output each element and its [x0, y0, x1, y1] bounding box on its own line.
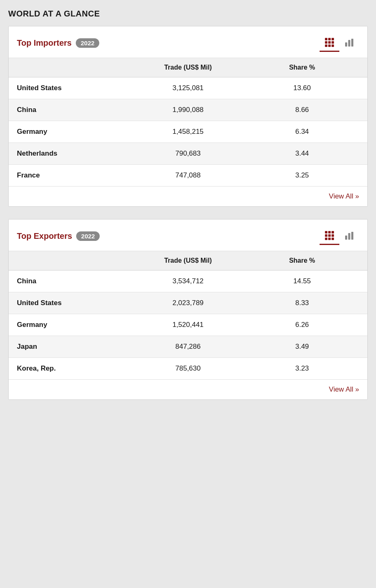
importers-view-all-row: View All » — [9, 187, 367, 206]
share-cell: 6.34 — [245, 128, 359, 136]
exporters-col-trade: Trade (US$ Mil) — [131, 257, 245, 264]
exporters-grid-view-button[interactable] — [320, 227, 339, 245]
share-cell: 3.44 — [245, 149, 359, 158]
table-row: Korea, Rep. 785,630 3.23 — [9, 358, 367, 380]
grid-icon — [325, 231, 334, 240]
table-row: United States 3,125,081 13.60 — [9, 77, 367, 99]
importers-view-all-link[interactable]: View All » — [329, 192, 359, 201]
importers-year-badge: 2022 — [76, 38, 99, 48]
importers-title: Top Importers — [17, 38, 72, 48]
table-row: Japan 847,286 3.49 — [9, 336, 367, 358]
share-cell: 13.60 — [245, 84, 359, 92]
table-row: China 1,990,088 8.66 — [9, 99, 367, 121]
share-cell: 8.66 — [245, 106, 359, 114]
trade-cell: 3,534,712 — [131, 277, 245, 285]
table-row: France 747,088 3.25 — [9, 165, 367, 187]
country-cell: China — [17, 106, 131, 114]
importers-grid-view-button[interactable] — [320, 34, 339, 52]
exporters-chart-view-button[interactable] — [339, 227, 359, 245]
importers-col-share: Share % — [245, 64, 359, 71]
exporters-col-share: Share % — [245, 257, 359, 264]
importers-view-icons — [320, 34, 359, 52]
exporters-title-group: Top Exporters 2022 — [17, 231, 100, 241]
importers-card: Top Importers 2022 — [8, 26, 368, 207]
exporters-card-header: Top Exporters 2022 — [9, 219, 367, 251]
table-row: Netherlands 790,683 3.44 — [9, 143, 367, 165]
country-cell: United States — [17, 84, 131, 92]
exporters-view-all-row: View All » — [9, 380, 367, 399]
share-cell: 3.23 — [245, 364, 359, 373]
trade-cell: 1,990,088 — [131, 106, 245, 114]
table-row: China 3,534,712 14.55 — [9, 271, 367, 292]
importers-card-header: Top Importers 2022 — [9, 26, 367, 58]
exporters-view-icons — [320, 227, 359, 245]
share-cell: 14.55 — [245, 277, 359, 285]
importers-col-trade: Trade (US$ Mil) — [131, 64, 245, 71]
svg-rect-5 — [351, 232, 353, 240]
country-cell: Germany — [17, 128, 131, 136]
svg-rect-2 — [351, 39, 353, 47]
exporters-title: Top Exporters — [17, 231, 72, 241]
svg-rect-3 — [345, 236, 347, 240]
exporters-view-all-link[interactable]: View All » — [329, 385, 359, 394]
country-cell: United States — [17, 299, 131, 307]
importers-col-country — [17, 64, 131, 71]
importers-title-group: Top Importers 2022 — [17, 38, 99, 48]
importers-table-header: Trade (US$ Mil) Share % — [9, 58, 367, 77]
exporters-card: Top Exporters 2022 — [8, 219, 368, 400]
share-cell: 3.49 — [245, 343, 359, 351]
page-title: WORLD AT A GLANCE — [8, 9, 368, 19]
importers-table: Trade (US$ Mil) Share % United States 3,… — [9, 58, 367, 206]
trade-cell: 1,458,215 — [131, 128, 245, 136]
trade-cell: 2,023,789 — [131, 299, 245, 307]
trade-cell: 847,286 — [131, 343, 245, 351]
share-cell: 8.33 — [245, 299, 359, 307]
main-content: Top Importers 2022 — [0, 26, 376, 422]
svg-rect-0 — [345, 42, 347, 47]
exporters-col-country — [17, 257, 131, 264]
bar-chart-icon — [344, 231, 354, 240]
trade-cell: 747,088 — [131, 171, 245, 180]
country-cell: Korea, Rep. — [17, 364, 131, 373]
country-cell: Germany — [17, 321, 131, 329]
country-cell: Netherlands — [17, 149, 131, 158]
page-header: WORLD AT A GLANCE — [0, 0, 376, 26]
grid-icon — [325, 38, 334, 47]
bar-chart-icon — [344, 37, 354, 47]
exporters-table-header: Trade (US$ Mil) Share % — [9, 251, 367, 271]
svg-rect-4 — [348, 233, 350, 240]
exporters-year-badge: 2022 — [76, 231, 100, 241]
trade-cell: 3,125,081 — [131, 84, 245, 92]
country-cell: France — [17, 171, 131, 180]
trade-cell: 1,520,441 — [131, 321, 245, 329]
country-cell: China — [17, 277, 131, 285]
table-row: United States 2,023,789 8.33 — [9, 292, 367, 314]
trade-cell: 790,683 — [131, 149, 245, 158]
table-row: Germany 1,458,215 6.34 — [9, 121, 367, 143]
country-cell: Japan — [17, 343, 131, 351]
exporters-table: Trade (US$ Mil) Share % China 3,534,712 … — [9, 251, 367, 399]
table-row: Germany 1,520,441 6.26 — [9, 314, 367, 336]
trade-cell: 785,630 — [131, 364, 245, 373]
svg-rect-1 — [348, 40, 350, 47]
share-cell: 6.26 — [245, 321, 359, 329]
share-cell: 3.25 — [245, 171, 359, 180]
importers-chart-view-button[interactable] — [339, 34, 359, 52]
